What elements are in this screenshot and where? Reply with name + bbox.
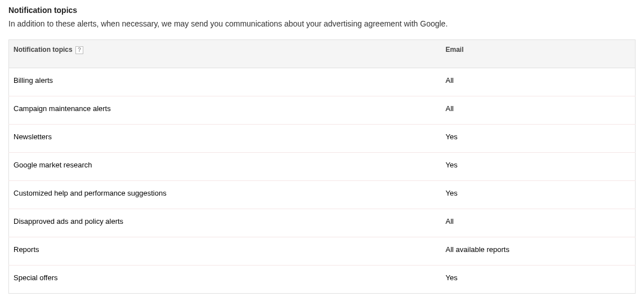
table-row[interactable]: Disapproved ads and policy alerts All: [9, 209, 636, 237]
table-row[interactable]: Billing alerts All: [9, 68, 636, 96]
section-title: Notification topics: [8, 6, 636, 15]
cell-email: Yes: [441, 180, 635, 209]
cell-topic: Reports: [9, 237, 441, 265]
cell-topic: Google market research: [9, 152, 441, 180]
help-icon[interactable]: ?: [75, 46, 83, 54]
cell-topic: Special offers: [9, 265, 441, 293]
table-row[interactable]: Customized help and performance suggesti…: [9, 180, 636, 209]
cell-email: All: [441, 96, 635, 124]
table-row[interactable]: Google market research Yes: [9, 152, 636, 180]
table-header-row: Notification topics ? Email: [9, 40, 636, 68]
table-row[interactable]: Newsletters Yes: [9, 124, 636, 152]
column-header-topics: Notification topics ?: [9, 40, 441, 68]
cell-topic: Billing alerts: [9, 68, 441, 96]
table-row[interactable]: Reports All available reports: [9, 237, 636, 265]
cell-email: Yes: [441, 124, 635, 152]
column-header-email: Email: [441, 40, 635, 68]
cell-email: Yes: [441, 152, 635, 180]
section-description: In addition to these alerts, when necess…: [8, 19, 636, 28]
table-body: Billing alerts All Campaign maintenance …: [9, 68, 636, 293]
cell-topic: Disapproved ads and policy alerts: [9, 209, 441, 237]
table-row[interactable]: Campaign maintenance alerts All: [9, 96, 636, 124]
cell-email: All: [441, 68, 635, 96]
column-header-email-label: Email: [445, 46, 463, 54]
cell-email: Yes: [441, 265, 635, 293]
column-header-topics-label: Notification topics: [14, 46, 73, 54]
cell-email: All available reports: [441, 237, 635, 265]
table-row[interactable]: Special offers Yes: [9, 265, 636, 293]
cell-topic: Campaign maintenance alerts: [9, 96, 441, 124]
cell-email: All: [441, 209, 635, 237]
notification-topics-table: Notification topics ? Email Billing aler…: [8, 39, 636, 294]
cell-topic: Customized help and performance suggesti…: [9, 180, 441, 209]
cell-topic: Newsletters: [9, 124, 441, 152]
